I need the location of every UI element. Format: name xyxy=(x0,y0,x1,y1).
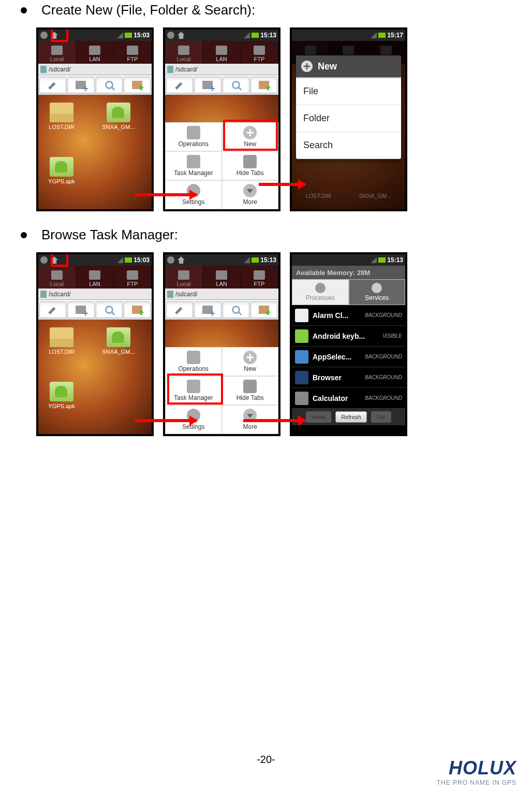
apk-snxa[interactable]: SNXA_GM... xyxy=(100,103,137,130)
menu-icon xyxy=(167,32,174,39)
clock: 15:13 xyxy=(387,256,403,264)
section1-heading: Create New (File, Folder & Search): xyxy=(21,2,532,18)
memory-header: Available Memory: 28M xyxy=(292,266,405,279)
tab-ftp[interactable]: FTP xyxy=(241,41,278,64)
clock: 15:13 xyxy=(260,32,276,39)
process-row[interactable]: Alarm Cl...BACKGROUND xyxy=(292,305,405,326)
folder-lostdir[interactable]: LOST.DIR xyxy=(43,103,80,130)
apk-ygps[interactable]: YGPS.apk xyxy=(43,157,80,184)
process-list: Alarm Cl...BACKGROUND Android keyb...VIS… xyxy=(292,305,405,409)
sdcard-icon xyxy=(167,66,173,73)
menu-icon xyxy=(167,256,174,264)
sort-button[interactable]: Sor xyxy=(371,411,391,423)
tab-lan[interactable]: LAN xyxy=(76,41,114,64)
battery-icon xyxy=(378,33,386,38)
search-button[interactable] xyxy=(96,301,123,318)
up-button[interactable] xyxy=(124,77,151,93)
new-dialog: New File Folder Search xyxy=(296,55,401,159)
statusbar: 15:13 xyxy=(165,254,278,266)
tab-lan[interactable]: LAN xyxy=(203,41,241,64)
up-button[interactable] xyxy=(124,301,151,318)
file-grid: LOST.DIR SNXA_GM... YGPS.apk xyxy=(38,95,152,209)
path-bar: /sdcard/ xyxy=(165,64,278,75)
battery-icon xyxy=(252,33,259,38)
file-grid: LOST.DIR SNXA_GM... YGPS.apk xyxy=(38,320,152,434)
nav-tabs: Local LAN FTP xyxy=(38,41,152,64)
tab-local[interactable]: Local xyxy=(165,41,203,64)
search-button[interactable] xyxy=(223,77,249,93)
tab-ftp[interactable]: FTP xyxy=(114,41,152,64)
tab-ftp[interactable]: FTP xyxy=(114,266,152,289)
tab-local[interactable]: Local xyxy=(38,266,76,289)
toolbar xyxy=(38,75,152,95)
signal-icon xyxy=(371,257,377,263)
new-option-file[interactable]: File xyxy=(296,78,401,105)
tab-services[interactable]: Services xyxy=(349,279,406,305)
menu-icon xyxy=(40,256,48,264)
phone-5: 15:13 Local LAN FTP /sdcard/ Operations … xyxy=(163,252,280,436)
up-button[interactable] xyxy=(250,77,277,93)
process-row[interactable]: Android keyb...VISIBLE xyxy=(292,326,405,347)
signal-icon xyxy=(244,32,250,38)
arrow-4-to-5 xyxy=(135,419,197,422)
up-button[interactable] xyxy=(250,301,277,318)
edit-button[interactable] xyxy=(166,77,193,93)
battery-icon xyxy=(125,257,132,263)
signal-icon xyxy=(117,257,123,263)
edit-button[interactable] xyxy=(39,301,66,318)
menu-hidetabs[interactable]: Hide Tabs xyxy=(222,376,279,405)
new-option-folder[interactable]: Folder xyxy=(296,105,401,132)
menu-operations[interactable]: Operations xyxy=(165,122,222,151)
battery-icon xyxy=(378,257,386,263)
phone-3: 15:17 Local LAN FTP LOST.DIRSNXA_GM... N… xyxy=(290,27,407,211)
apk-ygps[interactable]: YGPS.apk xyxy=(43,382,80,409)
menu-taskmgr[interactable]: Task Manager xyxy=(165,376,222,405)
newfolder-button[interactable] xyxy=(194,77,221,93)
refresh-button[interactable]: Refresh xyxy=(335,411,367,423)
statusbar: 15:17 xyxy=(292,30,405,41)
search-button[interactable] xyxy=(96,77,123,93)
clock: 15:17 xyxy=(387,32,403,39)
clock: 15:13 xyxy=(260,256,276,264)
menu-operations[interactable]: Operations xyxy=(165,347,222,376)
phone-6: 15:13 Available Memory: 28M Processes Se… xyxy=(290,252,407,436)
menu-taskmgr[interactable]: Task Manager xyxy=(165,151,222,180)
sdcard-icon xyxy=(40,66,47,73)
process-row[interactable]: CalculatorBACKGROUND xyxy=(292,388,405,409)
menu-new[interactable]: New xyxy=(222,122,279,151)
tab-processes[interactable]: Processes xyxy=(292,279,349,305)
folder-lostdir[interactable]: LOST.DIR xyxy=(43,327,80,355)
newfolder-button[interactable] xyxy=(67,77,94,93)
process-row[interactable]: AppSelec...BACKGROUND xyxy=(292,347,405,367)
newfolder-button[interactable] xyxy=(67,301,94,318)
tab-local[interactable]: Local xyxy=(38,41,76,64)
battery-icon xyxy=(252,257,259,263)
brand-tagline: THE PRO NAME IN GPS xyxy=(437,779,516,786)
menu-new[interactable]: New xyxy=(222,347,279,376)
statusbar: 15:13 xyxy=(292,254,405,266)
menu-icon xyxy=(40,32,48,39)
search-button[interactable] xyxy=(223,301,249,318)
section2-title: Browse Task Manager: xyxy=(41,227,178,243)
bullet-icon xyxy=(21,232,27,238)
home-icon xyxy=(178,256,185,264)
section2-heading: Browse Task Manager: xyxy=(21,227,532,243)
apk-snxa[interactable]: SNXA_GM... xyxy=(100,327,137,355)
tab-lan[interactable]: LAN xyxy=(203,266,241,289)
tab-lan[interactable]: LAN xyxy=(76,266,114,289)
home-icon xyxy=(51,32,58,39)
process-row[interactable]: BrowserBACKGROUND xyxy=(292,367,405,388)
tab-ftp[interactable]: FTP xyxy=(241,266,278,289)
path-bar: /sdcard/ xyxy=(38,64,152,75)
brand-logo: HOLUX THE PRO NAME IN GPS xyxy=(437,757,516,786)
tab-local[interactable]: Local xyxy=(165,266,203,289)
arrow-5-to-6 xyxy=(243,419,305,422)
menu-hidetabs[interactable]: Hide Tabs xyxy=(222,151,279,180)
edit-button[interactable] xyxy=(166,301,193,318)
new-option-search[interactable]: Search xyxy=(296,132,401,159)
section2-screens: 15:03 Local LAN FTP /sdcard/ LOST.DIR SN… xyxy=(36,252,532,436)
newfolder-button[interactable] xyxy=(194,301,221,318)
section1-screens: 15:03 Local LAN FTP /sdcard/ LOST.DIR SN… xyxy=(36,27,532,211)
kill-selected-button[interactable]: ected xyxy=(306,411,331,423)
edit-button[interactable] xyxy=(39,77,66,93)
